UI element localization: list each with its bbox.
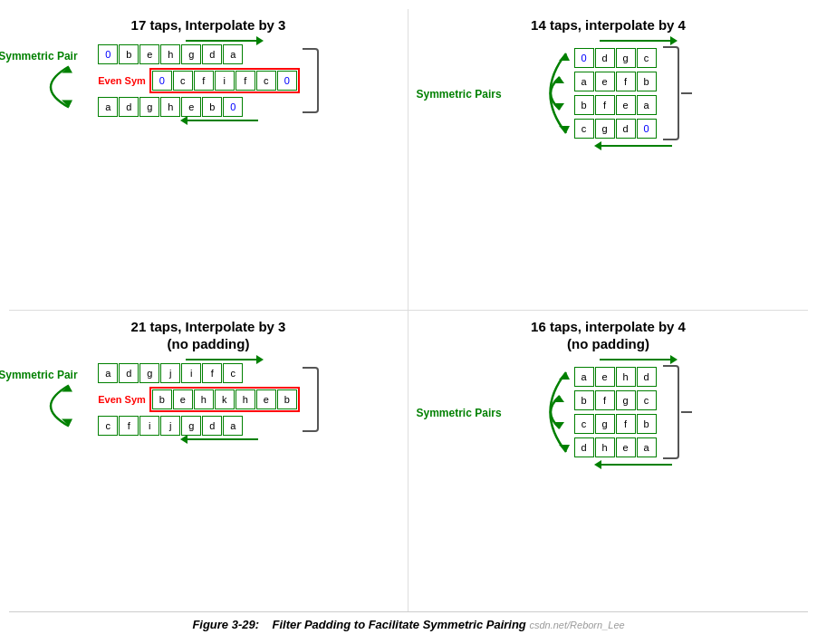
q3-arrow-top: [186, 359, 258, 360]
q4-arrow-top: [600, 359, 672, 360]
cell: g: [595, 414, 615, 434]
quadrant-1: 17 taps, Interpolate by 3 Symmetric Pair: [9, 9, 408, 311]
cell: d: [595, 48, 615, 68]
cell: h: [160, 97, 180, 117]
q1-curved-arrow: [14, 62, 78, 111]
q4-rows: a e h d b f g c c g f b: [574, 367, 657, 457]
q4-bracket-line: [681, 411, 692, 413]
watermark: csdn.net/Reborn_Lee: [529, 620, 624, 630]
q4-sym-label: Symmetric Pairs: [417, 407, 502, 419]
cell: a: [637, 95, 657, 115]
cell: e: [139, 44, 159, 64]
figure-caption: Figure 3-29: Filter Padding to Facilitat…: [9, 611, 808, 635]
figure-text: Filter Padding to Facilitate Symmetric P…: [273, 618, 526, 631]
cell: e: [616, 95, 636, 115]
cell: d: [574, 437, 594, 457]
q3-row-2: b e h k h e b: [149, 387, 300, 412]
cell: d: [119, 97, 139, 117]
cell: a: [98, 97, 118, 117]
cell: d: [616, 119, 636, 139]
cell: h: [616, 367, 636, 387]
svg-marker-10: [553, 422, 564, 428]
cell: b: [277, 389, 297, 409]
cell: f: [202, 363, 222, 383]
cell: f: [595, 390, 615, 410]
cell: a: [637, 437, 657, 457]
q3-even-sym-label: Even Sym: [98, 394, 146, 405]
cell: j: [160, 416, 180, 436]
q4-row-2: b f g c: [574, 390, 657, 410]
cell: j: [160, 363, 180, 383]
cell: h: [235, 389, 255, 409]
q3-curved-arrow: [14, 380, 78, 430]
cell: d: [637, 367, 657, 387]
cell: e: [616, 437, 636, 457]
cell: e: [181, 97, 201, 117]
cell: i: [139, 416, 159, 436]
q2-title: 14 taps, interpolate by 4: [531, 16, 686, 34]
q2-curved-arrows: [525, 44, 571, 142]
cell: g: [616, 48, 636, 68]
svg-marker-4: [553, 103, 564, 110]
cell: c: [637, 48, 657, 68]
q2-row-3: b f e a: [574, 95, 657, 115]
q1-row-1: 0 b e h g d a: [98, 44, 300, 64]
cell: c: [574, 414, 594, 434]
cell: 0: [637, 119, 657, 139]
cell: f: [119, 416, 139, 436]
q2-row-1: 0 d g c: [574, 48, 657, 68]
cell: c: [256, 71, 276, 91]
q1-sym-label: Symmetric Pair: [0, 49, 78, 62]
cell: a: [223, 416, 243, 436]
cell: f: [616, 414, 636, 434]
quadrant-4: 16 taps, interpolate by 4 (no padding) S…: [408, 311, 808, 612]
cell: e: [595, 72, 615, 91]
cell: 0: [277, 71, 297, 91]
q1-even-sym-label: Even Sym: [98, 75, 146, 86]
quadrant-3: 21 taps, Interpolate by 3 (no padding) S…: [9, 311, 408, 612]
cell: k: [215, 389, 235, 409]
q4-row-3: c g f b: [574, 414, 657, 434]
q3-row-2-wrapper: Even Sym b e h k h e b: [98, 387, 300, 412]
q1-rows: 0 b e h g d a Even Sym 0 c f: [98, 44, 300, 117]
q3-rows: a d g j i f c Even Sym b e h: [98, 363, 300, 436]
q2-bracket: [663, 46, 679, 140]
q2-row-4: c g d 0: [574, 119, 657, 139]
q2-sym-label: Symmetric Pairs: [417, 88, 502, 101]
q4-title: 16 taps, interpolate by 4 (no padding): [531, 318, 686, 353]
cell: g: [181, 416, 201, 436]
q3-arrow-bottom: [186, 438, 258, 440]
q1-arrow-top: [186, 40, 258, 42]
cell: c: [173, 71, 193, 91]
q2-arrow-top: [600, 40, 672, 42]
cell: 0: [574, 48, 594, 68]
cell: g: [616, 390, 636, 410]
cell: a: [574, 367, 594, 387]
q4-curved-arrows: [525, 363, 571, 461]
cell: c: [98, 416, 118, 436]
main-container: 17 taps, Interpolate by 3 Symmetric Pair: [0, 0, 817, 644]
cell: b: [637, 72, 657, 91]
svg-marker-5: [553, 77, 564, 83]
svg-marker-11: [553, 396, 564, 402]
cell: f: [235, 71, 255, 91]
cell: e: [173, 389, 193, 409]
cell: c: [637, 390, 657, 410]
cell: f: [616, 72, 636, 91]
q1-arrow-bottom: [186, 120, 258, 121]
quadrant-2: 14 taps, interpolate by 4 Symmetric Pair…: [408, 9, 808, 311]
q3-title: 21 taps, Interpolate by 3 (no padding): [131, 318, 286, 353]
q4-row-1: a e h d: [574, 367, 657, 387]
cell: e: [595, 367, 615, 387]
cell: 0: [223, 97, 243, 117]
quadrants-grid: 17 taps, Interpolate by 3 Symmetric Pair: [9, 9, 808, 611]
cell: h: [595, 437, 615, 457]
cell: g: [139, 363, 159, 383]
cell: a: [223, 44, 243, 64]
q1-row-2: 0 c f i f c 0: [149, 68, 300, 93]
cell: b: [637, 414, 657, 434]
cell: a: [574, 72, 594, 91]
q4-arrow-bottom: [600, 464, 672, 466]
cell: b: [152, 389, 172, 409]
q2-row-2: a e f b: [574, 72, 657, 91]
